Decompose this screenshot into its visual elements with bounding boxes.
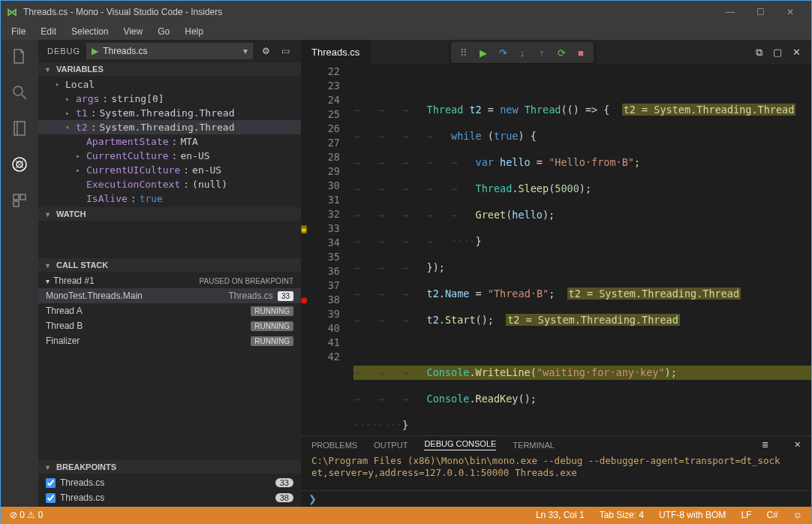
bottom-panel: PROBLEMS OUTPUT DEBUG CONSOLE TERMINAL ≣… (301, 435, 811, 507)
debug-icon[interactable] (9, 154, 30, 175)
feedback-icon[interactable]: ☺ (790, 510, 805, 520)
svg-line-1 (22, 95, 26, 99)
breakpoint-row[interactable]: Threads.cs 33 (38, 475, 301, 490)
status-language[interactable]: C# (763, 510, 780, 520)
menu-selection[interactable]: Selection (65, 25, 114, 38)
menu-edit[interactable]: Edit (35, 25, 62, 38)
svg-rect-7 (20, 194, 26, 200)
panel-tab-terminal[interactable]: TERMINAL (513, 441, 555, 450)
breakpoint-marker[interactable]: ◉ (301, 221, 316, 236)
menu-go[interactable]: Go (152, 25, 176, 38)
status-errors[interactable]: ⊘ 0 ⚠ 0 (7, 510, 46, 520)
section-variables[interactable]: ▾ VARIABLES (38, 62, 301, 76)
thread-finalizer[interactable]: Finalizer RUNNING (38, 333, 301, 348)
extensions-icon[interactable] (9, 190, 30, 211)
breakpoint-checkbox[interactable] (46, 493, 56, 503)
panel-close-icon[interactable]: ✕ (794, 440, 801, 450)
panel-clear-icon[interactable]: ≣ (762, 440, 768, 450)
panel-tab-problems[interactable]: PROBLEMS (311, 441, 357, 450)
callstack-thread[interactable]: ▾ Thread #1 PAUSED ON BREAKPOINT (38, 273, 301, 288)
menu-file[interactable]: File (5, 25, 32, 38)
svg-point-0 (14, 86, 23, 95)
explorer-icon[interactable] (9, 46, 30, 67)
code-editor[interactable]: ◉ ● 22232425 26272829 30313233 34353637 … (301, 65, 811, 435)
menu-bar: File Edit Selection View Go Help (1, 23, 811, 40)
line-numbers: 22232425 26272829 30313233 34353637 3839… (316, 65, 346, 435)
status-bar: ⊘ 0 ⚠ 0 Ln 33, Col 1 Tab Size: 4 UTF-8 w… (1, 507, 811, 523)
restart-button[interactable]: ⟳ (552, 43, 571, 62)
var-isalive[interactable]: IsAlive: true (38, 191, 301, 206)
editor-layout-icon[interactable]: ▢ (773, 47, 782, 59)
activity-bar (1, 40, 38, 507)
panel-tab-output[interactable]: OUTPUT (374, 441, 408, 450)
status-tabsize[interactable]: Tab Size: 4 (597, 510, 647, 520)
menu-view[interactable]: View (117, 25, 149, 38)
status-cursor[interactable]: Ln 33, Col 1 (533, 510, 588, 520)
section-watch[interactable]: ▾WATCH (38, 207, 301, 221)
var-apartmentstate[interactable]: ApartmentState: MTA (38, 134, 301, 149)
var-executioncontext[interactable]: ExecutionContext: (null) (38, 177, 301, 191)
continue-button[interactable]: ▶ (474, 43, 493, 62)
status-encoding[interactable]: UTF-8 with BOM (656, 510, 729, 520)
section-callstack[interactable]: ▾CALL STACK (38, 258, 301, 272)
var-currentculture[interactable]: ▸CurrentCulture: en-US (38, 149, 301, 163)
svg-rect-2 (14, 122, 25, 135)
split-editor-icon[interactable]: ⧉ (756, 47, 762, 59)
stop-button[interactable]: ■ (571, 43, 591, 62)
debug-console-input[interactable]: ❯ (301, 490, 811, 507)
debug-label: DEBUG (47, 47, 80, 56)
debug-sidebar: DEBUG ▶ Threads.cs ▾ ⚙ ▭ ▾ VARIABLES ▾Lo… (38, 40, 301, 507)
more-actions-icon[interactable]: ✕ (792, 47, 801, 59)
breakpoint-marker[interactable]: ● (301, 293, 316, 307)
svg-rect-6 (14, 194, 19, 200)
thread-a[interactable]: Thread A RUNNING (38, 303, 301, 318)
section-breakpoints[interactable]: ▾BREAKPOINTS (38, 460, 301, 474)
breakpoint-row[interactable]: Threads.cs 38 (38, 490, 301, 505)
launch-config-name: Threads.cs (103, 46, 147, 56)
var-t1[interactable]: ▸ t1: System.Threading.Thread (38, 106, 301, 120)
svg-rect-8 (14, 201, 19, 206)
thread-b[interactable]: Thread B RUNNING (38, 318, 301, 333)
title-bar: ⋈ Threads.cs - Mono - Visual Studio Code… (1, 1, 811, 23)
chevron-down-icon: ▾ (46, 65, 53, 74)
debug-console-toggle-icon[interactable]: ▭ (278, 46, 292, 56)
step-into-button[interactable]: ↓ (513, 43, 532, 62)
debug-toolbar[interactable]: ⠿ ▶ ↷ ↓ ↑ ⟳ ■ (451, 42, 594, 63)
var-t2[interactable]: ▾ t2: System.Threading.Thread (38, 120, 301, 134)
source-control-icon[interactable] (9, 118, 30, 139)
configure-gear-icon[interactable]: ⚙ (259, 46, 272, 56)
minimize-button[interactable]: — (715, 7, 745, 17)
stack-frame[interactable]: MonoTest.Threads.Main Threads.cs 33 (38, 288, 301, 303)
search-icon[interactable] (9, 82, 30, 103)
launch-config-select[interactable]: ▶ Threads.cs ▾ (86, 43, 253, 59)
editor-area: Threads.cs ⠿ ▶ ↷ ↓ ↑ ⟳ ■ ⧉ ▢ ✕ ◉ (301, 40, 811, 507)
scope-local[interactable]: ▾Local (38, 77, 301, 92)
window-title: Threads.cs - Mono - Visual Studio Code -… (23, 7, 222, 17)
var-args[interactable]: ▸ args: string[0] (38, 92, 301, 106)
debug-console-output[interactable]: C:\Program Files (x86)\Mono\bin\mono.exe… (301, 453, 811, 490)
chevron-down-icon[interactable]: ▾ (243, 46, 248, 56)
vscode-logo-icon: ⋈ (7, 6, 17, 18)
step-over-button[interactable]: ↷ (493, 43, 513, 62)
start-debug-icon[interactable]: ▶ (92, 46, 98, 56)
close-window-button[interactable]: ✕ (775, 7, 805, 17)
step-out-button[interactable]: ↑ (532, 43, 552, 62)
breakpoint-checkbox[interactable] (46, 478, 56, 488)
maximize-button[interactable]: ☐ (745, 7, 775, 17)
drag-handle-icon[interactable]: ⠿ (454, 43, 474, 62)
editor-tab[interactable]: Threads.cs (301, 40, 371, 65)
status-eol[interactable]: LF (738, 510, 754, 520)
menu-help[interactable]: Help (179, 25, 209, 38)
panel-tab-debug-console[interactable]: DEBUG CONSOLE (424, 439, 496, 450)
var-currentuiculture[interactable]: ▸CurrentUICulture: en-US (38, 163, 301, 177)
inline-hint: t2 = System.Threading.Thread (622, 104, 796, 116)
